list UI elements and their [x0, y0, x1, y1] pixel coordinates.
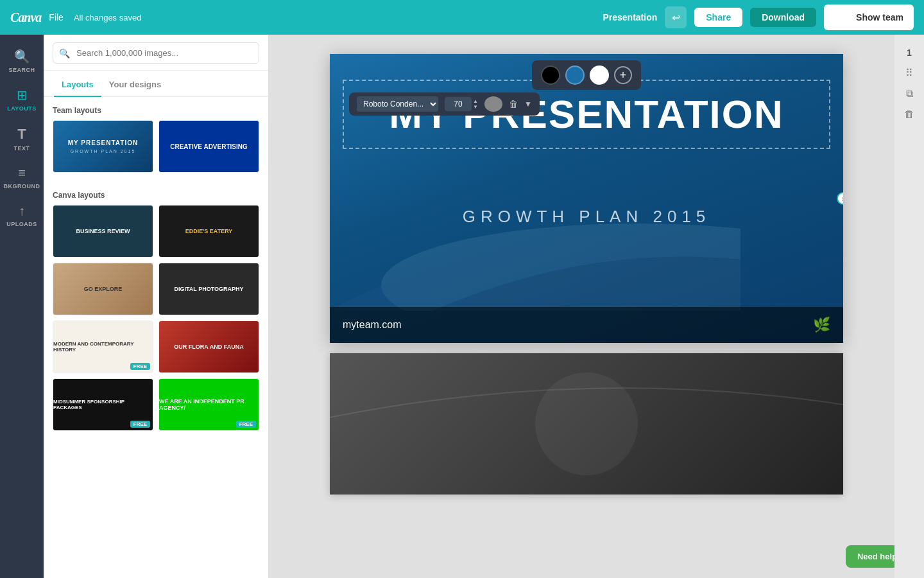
sidebar-item-background[interactable]: ≡ BKGROUND — [0, 159, 44, 196]
team-thumb-2-label: CREATIVE ADVERTISING — [170, 143, 248, 150]
wing-graphic — [330, 182, 740, 311]
layout-thumb-canva-7[interactable]: MIDSUMMER SPONSORSHIP PACKAGES FREE — [53, 378, 153, 431]
text-icon: T — [17, 126, 26, 143]
layout-thumb-canva-1[interactable]: BUSINESS REVIEW — [53, 205, 153, 258]
download-button[interactable]: Download — [750, 8, 816, 27]
canva-thumb-2-label: EDDIE'S EATERY — [185, 228, 233, 234]
color-toolbar: + — [532, 60, 641, 90]
team-layouts-grid: MY PRESENTATION GROWTH PLAN 2015 CREATIV… — [44, 120, 268, 182]
second-slide[interactable] — [330, 353, 843, 495]
tab-layouts[interactable]: Layouts — [54, 76, 101, 97]
sidebar: 🔍 SEARCH ⊞ LAYOUTS T TEXT ≡ BKGROUND ↑ U… — [0, 35, 44, 578]
sidebar-label-background: BKGROUND — [4, 183, 40, 189]
sidebar-label-search: SEARCH — [8, 67, 35, 73]
team-layouts-title: Team layouts — [44, 97, 268, 120]
panel-tabs: Layouts Your designs — [44, 71, 268, 97]
slide-container: + Roboto Conden... ▲ ▼ 🗑 ▼ — [330, 54, 843, 495]
font-size-up[interactable]: ▲ — [473, 98, 478, 104]
font-selector[interactable]: Roboto Conden... — [357, 96, 438, 112]
slide-footer-url: myteam.com — [343, 319, 402, 331]
color-dot-black[interactable] — [541, 66, 560, 85]
share-button[interactable]: Share — [694, 8, 742, 27]
font-delete-button[interactable]: 🗑 — [509, 99, 518, 109]
font-chevron-button[interactable]: ▼ — [524, 100, 532, 109]
team-thumb-1-sub: GROWTH PLAN 2015 — [71, 149, 136, 153]
search-icon: 🔍 — [14, 49, 30, 64]
right-panel: 1 ⠿ ⧉ 🗑 — [894, 35, 924, 578]
font-size-input[interactable] — [445, 97, 472, 111]
layout-thumb-team-1[interactable]: MY PRESENTATION GROWTH PLAN 2015 — [53, 120, 153, 173]
layout-thumb-canva-4[interactable]: DIGITAL PHOTOGRAPHY — [158, 263, 259, 315]
sidebar-label-layouts: LAYOUTS — [7, 105, 37, 112]
canva-layouts-title: Canva layouts — [44, 182, 268, 205]
color-dot-white[interactable] — [590, 66, 609, 85]
undo-button[interactable]: ↩ — [665, 6, 687, 28]
font-size-down[interactable]: ▼ — [473, 104, 478, 110]
document-title[interactable]: Presentation — [603, 12, 657, 22]
canva-layouts-grid: BUSINESS REVIEW EDDIE'S EATERY GO EXPLOR… — [44, 205, 268, 440]
free-badge-5: FREE — [130, 363, 150, 370]
save-status: All changes saved — [74, 13, 595, 22]
layout-thumb-canva-5[interactable]: MODERN AND CONTEMPORARY HISTORY FREE — [53, 320, 153, 373]
canva-thumb-6-label: OUR FLORA AND FAUNA — [174, 344, 243, 350]
layout-thumb-canva-3[interactable]: GO EXPLORE — [53, 263, 153, 315]
search-input[interactable] — [53, 42, 259, 64]
color-add-button[interactable]: + — [614, 66, 632, 84]
second-slide-graphic — [330, 353, 843, 495]
delete-slide-button[interactable]: 🗑 — [904, 109, 914, 120]
duplicate-slide-button[interactable]: ⧉ — [906, 88, 913, 100]
free-badge-7: FREE — [130, 421, 150, 428]
show-team-button[interactable]: Show team — [824, 4, 914, 30]
sidebar-item-uploads[interactable]: ↑ UPLOADS — [0, 197, 44, 234]
slide-subtitle: GROWTH PLAN 2015 — [330, 207, 843, 227]
color-dot-blue[interactable] — [565, 66, 585, 85]
sidebar-item-text[interactable]: T TEXT — [0, 119, 44, 158]
canva-thumb-8-label: WE ARE AN INDEPENDENT PR AGENCY/ — [159, 398, 259, 411]
canva-thumb-4-label: DIGITAL PHOTOGRAPHY — [174, 286, 243, 292]
sidebar-item-layouts[interactable]: ⊞ LAYOUTS — [0, 81, 44, 118]
file-menu[interactable]: File — [49, 12, 64, 22]
sidebar-item-search[interactable]: 🔍 SEARCH — [0, 42, 44, 80]
canva-thumb-5-label: MODERN AND CONTEMPORARY HISTORY — [53, 341, 153, 353]
canva-thumb-1-label: BUSINESS REVIEW — [76, 228, 130, 234]
font-toolbar: Roboto Conden... ▲ ▼ 🗑 ▼ — [349, 92, 540, 116]
search-bar: 🔍 — [44, 35, 268, 71]
slide-number: 1 — [907, 48, 912, 58]
sidebar-label-uploads: UPLOADS — [6, 221, 37, 227]
uploads-icon: ↑ — [19, 204, 25, 218]
font-toggle[interactable] — [484, 96, 502, 112]
canva-thumb-7-label: MIDSUMMER SPONSORSHIP PACKAGES — [53, 399, 153, 410]
canva-thumb-3-label: GO EXPLORE — [84, 286, 123, 292]
slide-footer: myteam.com 🌿 — [330, 307, 843, 343]
layout-thumb-canva-8[interactable]: WE ARE AN INDEPENDENT PR AGENCY/ FREE — [158, 378, 259, 431]
tab-your-designs[interactable]: Your designs — [101, 76, 169, 97]
canva-logo: Canva — [10, 10, 41, 25]
layout-thumb-canva-6[interactable]: OUR FLORA AND FAUNA — [158, 320, 259, 373]
layouts-icon: ⊞ — [17, 87, 28, 103]
canvas-area: + Roboto Conden... ▲ ▼ 🗑 ▼ — [268, 35, 924, 578]
team-thumb-1-label: MY PRESENTATION — [68, 139, 138, 146]
layout-thumb-team-2[interactable]: CREATIVE ADVERTISING — [158, 120, 259, 173]
search-icon-panel: 🔍 — [59, 48, 70, 58]
grid-view-button[interactable]: ⠿ — [905, 67, 913, 79]
topnav: Canva File All changes saved Presentatio… — [0, 0, 924, 35]
free-badge-8: FREE — [236, 421, 256, 428]
sidebar-label-text: TEXT — [13, 145, 30, 152]
avatar — [834, 9, 851, 26]
layout-thumb-canva-2[interactable]: EDDIE'S EATERY — [158, 205, 259, 258]
slide-footer-logo: 🌿 — [813, 317, 830, 333]
background-icon: ≡ — [18, 166, 26, 180]
left-panel: 🔍 Layouts Your designs Team layouts MY P… — [44, 35, 268, 578]
